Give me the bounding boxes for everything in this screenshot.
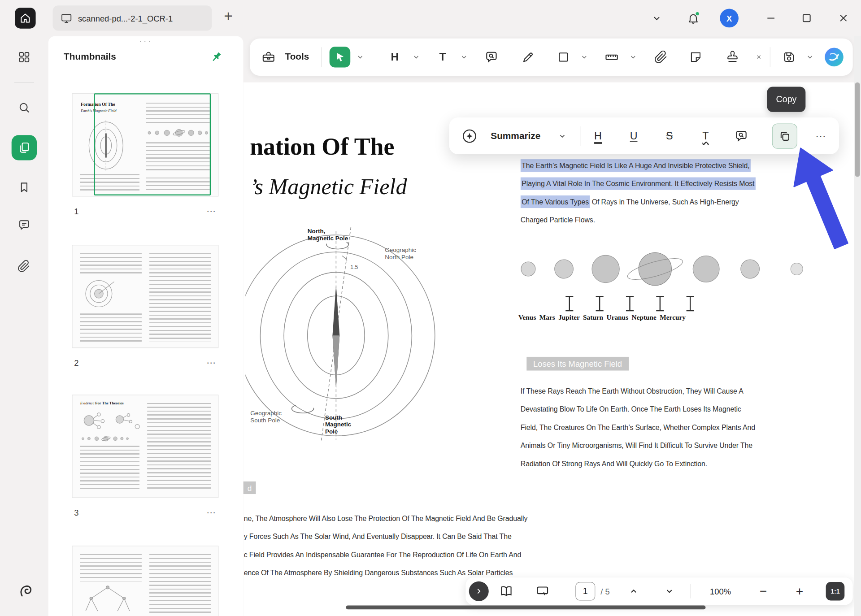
chevron-down-icon <box>413 53 420 61</box>
zoom-out-button[interactable]: − <box>760 584 767 599</box>
comments-button[interactable] <box>17 218 30 231</box>
angle-label: 1.5 <box>350 264 358 271</box>
geo-north-label: GeographicNorth Pole <box>385 247 416 261</box>
body-text: Charged Particle Flows. <box>521 216 595 224</box>
north-pole-label: North,Magnetic Pole <box>308 228 348 242</box>
pen-tool-button[interactable] <box>521 50 535 64</box>
vertical-scrollbar-thumb[interactable] <box>855 82 860 177</box>
sticker-tool-button[interactable] <box>689 50 703 64</box>
planets-caption: Venus Mars Jupiter Saturn Uranus Neptune… <box>518 313 686 321</box>
thumb3-planets <box>80 435 141 442</box>
strikethrough-button[interactable]: S <box>666 130 673 142</box>
chevron-down-icon <box>357 53 364 61</box>
divider <box>580 126 580 146</box>
square-icon <box>557 51 570 64</box>
actual-size-button[interactable]: 1:1 <box>826 582 845 601</box>
magnetic-field-diagram <box>245 217 476 442</box>
cursor-icon <box>335 52 345 62</box>
ai-assistant-button[interactable] <box>824 47 845 68</box>
user-avatar[interactable]: X <box>720 9 739 28</box>
left-sidebar <box>0 36 48 616</box>
select-tool-button[interactable] <box>330 47 351 68</box>
divider <box>691 584 691 599</box>
thumbnails-panel-button[interactable] <box>12 135 37 160</box>
search-button[interactable] <box>17 101 30 114</box>
home-button[interactable] <box>15 8 36 29</box>
measure-tool-button[interactable] <box>604 50 619 64</box>
shape-tool-dropdown[interactable] <box>580 53 588 61</box>
read-mode-button[interactable] <box>499 584 513 599</box>
comment-search-button[interactable] <box>734 129 748 143</box>
zoom-in-button[interactable]: + <box>796 584 803 599</box>
text-lines-placeholder <box>80 313 142 342</box>
maximize-button[interactable] <box>800 11 814 25</box>
stamp-icon <box>726 50 739 64</box>
body-text: If These Rays Reach The Earth Without Ob… <box>521 382 755 400</box>
document-title-line1: nation Of The <box>250 133 394 161</box>
panel-drag-handle[interactable]: ··· <box>48 36 244 46</box>
monitor-icon <box>61 12 73 24</box>
tools-button[interactable]: Tools <box>285 52 309 62</box>
page-menu-button[interactable]: ⋯ <box>206 205 216 217</box>
squiggly-glyph: T <box>702 130 709 142</box>
thumbnails-title: Thumbnails <box>64 52 116 62</box>
pointer-arrow <box>781 140 861 261</box>
divider <box>770 47 770 67</box>
stamp-tool-button[interactable] <box>726 50 739 64</box>
collapse-toolbar-button[interactable]: ✕ <box>757 53 761 61</box>
thumb3-title-em: Evidence <box>80 401 94 406</box>
maximize-icon <box>800 12 813 24</box>
highlight-button[interactable]: H <box>594 130 602 142</box>
paragraph-3: ne, The Atmosphere Will Also Lose The Pr… <box>244 509 528 582</box>
chevron-down-icon <box>558 132 566 140</box>
notifications-button[interactable] <box>686 11 700 25</box>
shape-tool-button[interactable] <box>557 51 570 64</box>
text-tool-button[interactable]: T <box>439 51 446 63</box>
notification-dot <box>695 12 700 16</box>
body-text: Field, The Creatures On The Earth’s Surf… <box>521 418 755 436</box>
text-lines-placeholder <box>149 554 211 616</box>
zoom-level: 100% <box>710 586 731 596</box>
horizontal-scrollbar-thumb[interactable] <box>346 606 705 610</box>
page-thumbnail-4[interactable] <box>72 546 218 616</box>
ai-logo-icon <box>824 47 845 68</box>
select-tool-dropdown[interactable] <box>357 53 364 61</box>
next-page-button[interactable] <box>664 586 674 597</box>
page-thumbnail-3[interactable]: Evidence For The Theories <box>72 395 218 498</box>
body-text: Devastating Blow To Life On Earth. Once … <box>521 400 755 418</box>
presenter-button[interactable] <box>535 584 550 599</box>
save-button[interactable] <box>782 50 796 64</box>
close-button[interactable] <box>836 11 851 25</box>
attachments-button[interactable] <box>17 260 30 273</box>
app-logo-icon[interactable] <box>17 583 33 598</box>
measure-tool-dropdown[interactable] <box>629 53 637 61</box>
page-menu-button[interactable]: ⋯ <box>206 357 216 369</box>
text-tool-dropdown[interactable] <box>460 53 468 61</box>
page-number-input[interactable]: 1 <box>575 582 595 601</box>
bookmarks-button[interactable] <box>17 181 30 194</box>
save-icon <box>782 50 796 64</box>
heading-tool-dropdown[interactable] <box>413 53 420 61</box>
underline-button[interactable]: U <box>630 130 638 142</box>
save-dropdown[interactable] <box>806 53 814 61</box>
sticker-icon <box>689 50 703 64</box>
comment-search-icon <box>734 129 748 143</box>
heading-tool-button[interactable]: H <box>391 51 399 63</box>
attach-tool-button[interactable] <box>654 50 668 64</box>
comment-search-tool-button[interactable] <box>484 50 499 64</box>
summarize-button[interactable]: Summarize <box>491 130 540 141</box>
page-menu-button[interactable]: ⋯ <box>206 507 216 518</box>
paragraph-1: The Earth’s Magnetic Field Is Like A Hug… <box>521 156 756 229</box>
minimize-button[interactable] <box>764 11 778 25</box>
previous-page-button[interactable] <box>628 586 639 597</box>
apps-grid-button[interactable] <box>17 51 30 64</box>
summarize-dropdown[interactable] <box>558 132 566 140</box>
thumb2-diagram <box>83 277 117 310</box>
squiggly-button[interactable]: T <box>702 130 709 142</box>
document-tab[interactable]: scanned-pd...-2-1_OCR-1 <box>53 5 212 30</box>
page-thumbnail-2[interactable] <box>72 245 218 348</box>
pin-button[interactable] <box>210 51 223 64</box>
new-tab-button[interactable]: + <box>224 8 233 25</box>
expand-button[interactable] <box>469 581 489 601</box>
collapse-chevron-button[interactable] <box>650 11 664 25</box>
